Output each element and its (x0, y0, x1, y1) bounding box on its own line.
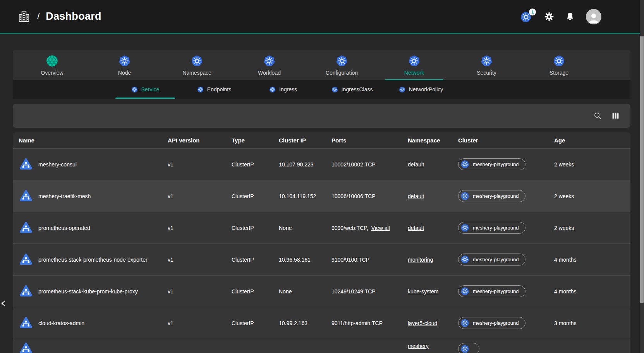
page-title: Dashboard (46, 10, 101, 22)
user-avatar[interactable] (586, 9, 601, 24)
search-icon[interactable] (593, 111, 602, 120)
age: 3 months (554, 320, 630, 326)
tab-configuration[interactable]: Configuration (306, 50, 378, 80)
tab-security[interactable]: Security (450, 50, 523, 80)
kubernetes-icon (269, 86, 276, 93)
service-name: cloud-kratos-admin (38, 320, 84, 326)
kubernetes-icon (408, 55, 420, 67)
kubernetes-icon (331, 86, 338, 93)
tab-label: Overview (41, 70, 63, 76)
age: 2 weeks (554, 225, 630, 231)
subtab-networkpolicy[interactable]: NetworkPolicy (386, 80, 455, 99)
settings-gear-icon[interactable] (544, 12, 554, 22)
cluster-ip: 10.96.58.161 (279, 257, 331, 263)
kubernetes-context-icon[interactable]: 1 (520, 10, 533, 23)
subtab-ingressclass[interactable]: IngressClass (318, 80, 386, 99)
kubernetes-icon (191, 55, 203, 67)
tab-node[interactable]: Node (88, 50, 161, 80)
namespace-link[interactable]: default (408, 161, 424, 168)
cluster-chip[interactable]: meshery-playground (458, 254, 526, 266)
column-header-cluster-ip[interactable]: Cluster IP (279, 137, 331, 144)
table-row[interactable]: meshery-traefik-mesh v1 ClusterIP 10.104… (13, 180, 630, 212)
namespace-link[interactable]: layer5-cloud (408, 320, 437, 326)
api-version: v1 (168, 161, 232, 168)
cluster-chip[interactable] (458, 343, 479, 353)
cluster-chip[interactable]: meshery-playground (458, 158, 526, 170)
column-header-type[interactable]: Type (232, 137, 279, 144)
kubernetes-icon (460, 287, 469, 296)
tab-storage[interactable]: Storage (523, 50, 595, 80)
tab-namespace[interactable]: Namespace (161, 50, 233, 80)
ports: 9100/9100:TCP (331, 257, 408, 263)
collapse-chevron-left-icon[interactable] (0, 297, 10, 310)
tab-overview[interactable]: Overview (16, 50, 88, 80)
table-header-row: Name API version Type Cluster IP Ports N… (13, 132, 630, 148)
column-header-age[interactable]: Age (554, 137, 630, 144)
service-icon (19, 341, 33, 353)
service-icon (19, 284, 33, 299)
table-row[interactable]: prometheus-stack-kube-prom-kube-proxy v1… (13, 275, 630, 307)
service-icon (19, 316, 33, 331)
api-version: v1 (168, 288, 232, 295)
tab-label: Namespace (182, 70, 211, 76)
subtab-label: Ingress (279, 86, 297, 93)
service-type: ClusterIP (232, 320, 279, 326)
service-name: prometheus-stack-prometheus-node-exporte… (38, 257, 148, 263)
cluster-ip: None (279, 288, 331, 295)
service-type: ClusterIP (232, 225, 279, 231)
view-all-ports-link[interactable]: View all (371, 225, 390, 231)
network-subtabs: Service Endpoints Ingress IngressClass N… (13, 80, 630, 99)
resource-tabs: Overview Node Namespace Workload Configu… (13, 50, 630, 80)
table-row[interactable]: meshery (13, 339, 630, 353)
kubernetes-icon (131, 86, 138, 93)
cluster-chip[interactable]: meshery-playground (458, 190, 526, 202)
service-name: prometheus-stack-kube-prom-kube-proxy (38, 288, 138, 295)
api-version: v1 (168, 193, 232, 199)
column-header-api-version[interactable]: API version (168, 137, 232, 144)
namespace-link[interactable]: default (408, 193, 424, 199)
notifications-bell-icon[interactable] (565, 12, 575, 22)
view-columns-icon[interactable] (611, 112, 620, 120)
vertical-scrollbar-track[interactable] (640, 0, 644, 353)
kubernetes-icon (118, 55, 131, 67)
namespace-link[interactable]: monitoring (408, 257, 433, 263)
kubernetes-icon (460, 192, 469, 200)
org-logo-icon[interactable] (18, 10, 30, 23)
age: 2 weeks (554, 193, 630, 199)
cluster-chip[interactable]: meshery-playground (458, 317, 526, 329)
cluster-chip[interactable]: meshery-playground (458, 222, 526, 234)
vertical-scrollbar-thumb[interactable] (640, 36, 644, 303)
kubernetes-icon (460, 319, 469, 327)
subtab-label: Service (141, 86, 160, 93)
table-row[interactable]: meshery-consul v1 ClusterIP 10.107.90.22… (13, 148, 630, 180)
age: 2 weeks (554, 161, 630, 168)
kubernetes-icon (399, 86, 405, 93)
tab-label: Security (477, 70, 496, 76)
subtab-endpoints[interactable]: Endpoints (180, 80, 249, 99)
api-version: v1 (168, 257, 232, 263)
namespace-link[interactable]: kube-system (408, 288, 438, 295)
column-header-ports[interactable]: Ports (331, 137, 408, 144)
subtab-ingress[interactable]: Ingress (249, 80, 318, 99)
tab-network[interactable]: Network (378, 50, 450, 80)
ports: 10249/10249:TCP (331, 288, 408, 295)
column-header-cluster[interactable]: Cluster (458, 137, 554, 144)
table-row[interactable]: prometheus-stack-prometheus-node-exporte… (13, 243, 630, 275)
tab-workload[interactable]: Workload (233, 50, 306, 80)
table-row[interactable]: prometheus-operated v1 ClusterIP None 90… (13, 212, 630, 243)
kubernetes-icon (460, 160, 469, 169)
subtab-service[interactable]: Service (111, 80, 180, 99)
cluster-ip: None (279, 225, 331, 231)
tab-label: Configuration (326, 70, 358, 76)
age: 4 months (554, 288, 630, 295)
service-name: meshery-consul (38, 161, 77, 168)
namespace-link[interactable]: default (408, 225, 424, 231)
namespace-link[interactable]: meshery (408, 343, 429, 349)
service-type: ClusterIP (232, 257, 279, 263)
column-header-namespace[interactable]: Namespace (408, 137, 458, 144)
cluster-ip: 10.107.90.223 (279, 161, 331, 168)
column-header-name[interactable]: Name (13, 137, 168, 144)
table-row[interactable]: cloud-kratos-admin v1 ClusterIP 10.99.2.… (13, 307, 630, 339)
cluster-chip[interactable]: meshery-playground (458, 285, 526, 297)
kubernetes-icon (336, 55, 348, 67)
